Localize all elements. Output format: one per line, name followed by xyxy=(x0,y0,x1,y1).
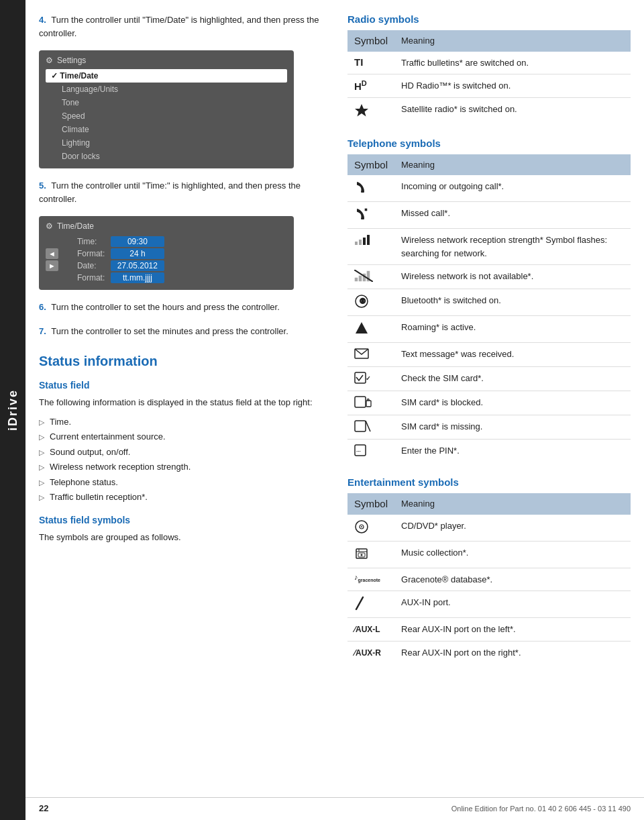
phone-icon xyxy=(354,180,369,195)
tel-meaning-9: SIM card* is blocked. xyxy=(394,391,631,415)
svg-rect-7 xyxy=(355,278,358,281)
table-row: ⚉ Bluetooth* is switched on. xyxy=(347,289,631,316)
timedate-value-format1: 24 h xyxy=(111,248,164,259)
tel-sym-3 xyxy=(347,229,394,265)
bullet-sound-text: Sound output, on/off. xyxy=(50,446,130,459)
table-row: ♪gracenote Gracenote® database*. xyxy=(347,568,631,591)
step-5-num: 5. xyxy=(39,181,46,191)
radio-meaning-1: Traffic bulletins* are switched on. xyxy=(394,52,631,74)
ent-sym-6: ∕AUX-R xyxy=(347,641,394,664)
tel-sym-8: ✓ xyxy=(347,367,394,391)
ent-col2: Meaning xyxy=(394,493,631,515)
table-row: SIM card* is missing. xyxy=(347,415,631,440)
menu-item-climate: Climate xyxy=(46,123,287,136)
radio-col1: Symbol xyxy=(347,30,394,52)
gear-icon: ⚙ xyxy=(46,56,53,65)
bullet-time-text: Time. xyxy=(50,415,71,429)
step-4: 4. Turn the controller until "Time/Date"… xyxy=(39,13,327,40)
step-6-text: Turn the controller to set the hours and… xyxy=(51,302,280,312)
table-row: SIM card* is blocked. xyxy=(347,391,631,415)
step-7: 7. Turn the controller to set the minute… xyxy=(39,325,327,338)
table-row: Satellite radio* is switched on. xyxy=(347,97,631,124)
step-6-num: 6. xyxy=(39,302,46,312)
tel-col1: Symbol xyxy=(347,154,394,176)
tel-meaning-8: Check the SIM card*. xyxy=(394,367,631,391)
radio-col2: Meaning xyxy=(394,30,631,52)
timedate-value-format2: tt.mm.jjjj xyxy=(111,272,164,283)
status-bullets: ▷Time. ▷Current entertainment source. ▷S… xyxy=(39,415,327,504)
bullet-arrow-2: ▷ xyxy=(39,431,44,443)
ent-meaning-6: Rear AUX-IN port on the right*. xyxy=(394,641,631,664)
bullet-entertainment-text: Current entertainment source. xyxy=(50,430,166,444)
bullet-wireless: ▷Wireless network reception strength. xyxy=(39,460,327,474)
screenshot2-title: Time/Date xyxy=(57,221,94,231)
table-row: AUX-IN port. xyxy=(347,591,631,618)
tel-sym-4 xyxy=(347,265,394,289)
bullet-time: ▷Time. xyxy=(39,415,327,429)
ent-meaning-3: Gracenote® database*. xyxy=(394,568,631,591)
ent-sym-5: ∕AUX-L xyxy=(347,618,394,642)
tel-meaning-2: Missed call*. xyxy=(394,202,631,229)
tel-meaning-4: Wireless network is not available*. xyxy=(394,265,631,289)
bullet-traffic-text: Traffic bulletin reception*. xyxy=(50,491,148,504)
svg-marker-14 xyxy=(356,322,368,334)
radio-sym-2: HD xyxy=(347,74,394,98)
timedate-row-date: Date: 27.05.2012 xyxy=(64,260,287,271)
menu-item-language: Language/Units xyxy=(46,83,287,96)
radio-symbols-heading: Radio symbols xyxy=(347,13,631,25)
bullet-traffic: ▷Traffic bulletin reception*. xyxy=(39,491,327,504)
table-row: Missed call*. xyxy=(347,202,631,229)
sidebar-label: iDrive xyxy=(0,0,25,820)
radio-symbols-table: Symbol Meaning TI Traffic bulletins* are… xyxy=(347,30,631,124)
timedate-label-format1: Format: xyxy=(64,249,111,258)
svg-rect-20 xyxy=(355,421,366,431)
pin-entry-icon: ··· xyxy=(354,444,372,456)
bullet-arrow-6: ▷ xyxy=(39,492,44,503)
bullet-telephone: ▷Telephone status. xyxy=(39,476,327,489)
tel-sym-7 xyxy=(347,343,394,367)
timedate-value-time: 09:30 xyxy=(111,236,164,247)
aux-right-icon: ∕AUX-R xyxy=(354,648,381,658)
missed-call-icon xyxy=(354,207,369,221)
screenshot-settings: ⚙ Settings ✓ Time/Date Language/Units To… xyxy=(39,50,294,168)
bullet-telephone-text: Telephone status. xyxy=(50,476,118,489)
sim-check-icon: ✓ xyxy=(354,372,372,384)
step-6: 6. Turn the controller to set the hours … xyxy=(39,301,327,314)
bullet-sound: ▷Sound output, on/off. xyxy=(39,446,327,459)
bullet-wireless-text: Wireless network reception strength. xyxy=(50,460,191,474)
envelope-icon xyxy=(354,348,369,360)
tel-sym-2 xyxy=(347,202,394,229)
step-4-text: Turn the controller until "Time/Date" is… xyxy=(39,15,319,38)
menu-item-tone: Tone xyxy=(46,96,287,109)
entertainment-symbols-heading: Entertainment symbols xyxy=(347,476,631,488)
left-column: 4. Turn the controller until "Time/Date"… xyxy=(25,13,341,677)
signal-strength-icon xyxy=(354,234,373,246)
tel-meaning-6: Roaming* is active. xyxy=(394,316,631,343)
telephone-symbols-heading: Telephone symbols xyxy=(347,138,631,149)
tel-meaning-7: Text message* was received. xyxy=(394,343,631,367)
tel-sym-6 xyxy=(347,316,394,343)
screenshot2-header: ⚙ Time/Date xyxy=(46,221,287,231)
ent-meaning-1: CD/DVD* player. xyxy=(394,515,631,542)
status-info-heading: Status information xyxy=(39,354,327,369)
ent-sym-2 xyxy=(347,541,394,568)
status-field-symbols-heading: Status field symbols xyxy=(39,515,327,525)
menu-item-timedate: ✓ Time/Date xyxy=(46,69,287,83)
tel-sym-11: ··· xyxy=(347,440,394,464)
svg-text:✓: ✓ xyxy=(366,375,371,382)
music-collection-icon xyxy=(354,546,369,561)
gracenote-icon: ♪gracenote xyxy=(354,573,380,581)
status-field-heading: Status field xyxy=(39,380,327,391)
step-5: 5. Turn the controller until "Time:" is … xyxy=(39,179,327,205)
step-7-num: 7. xyxy=(39,326,46,336)
svg-line-21 xyxy=(366,421,370,431)
tel-meaning-3: Wireless network reception strength* Sym… xyxy=(394,229,631,265)
aux-left-icon: ∕AUX-L xyxy=(354,625,380,634)
status-field-info: The following information is displayed i… xyxy=(39,396,327,410)
tel-sym-10 xyxy=(347,415,394,440)
svg-rect-6 xyxy=(367,235,370,245)
step-5-text: Turn the controller until "Time:" is hig… xyxy=(39,181,301,204)
screenshot1-title: Settings xyxy=(57,56,86,65)
bullet-entertainment: ▷Current entertainment source. xyxy=(39,430,327,444)
tel-sym-9 xyxy=(347,391,394,415)
